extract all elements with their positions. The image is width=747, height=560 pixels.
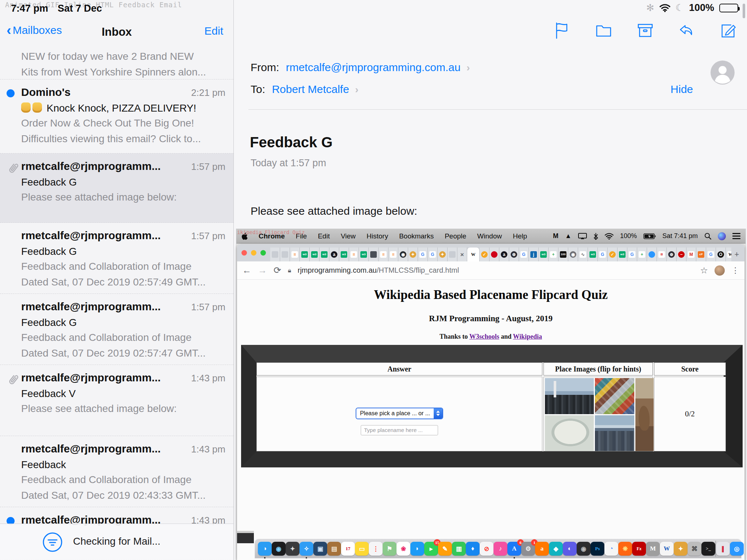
dock-icon-pages[interactable]: ✎: [438, 542, 452, 556]
browser-tab-wikipedia[interactable]: W: [726, 248, 731, 261]
mac-menu-window[interactable]: Window: [477, 232, 502, 240]
dock-icon-parallels[interactable]: ∥: [716, 542, 730, 556]
dock-icon-facetime[interactable]: ▸15: [424, 542, 438, 556]
mac-menu-help[interactable]: Help: [513, 232, 527, 240]
mac-clock[interactable]: Sat 7:41 pm: [662, 232, 698, 240]
dock-icon-calendar[interactable]: 17: [341, 542, 355, 556]
to-contact-link[interactable]: Robert Metcalfe: [272, 83, 349, 95]
place-image-aerial[interactable]: [595, 415, 634, 451]
dock-icon-maps[interactable]: ⚑: [383, 542, 396, 556]
attached-screenshot[interactable]: ikipedia Flipcard Quiz ChromeFileEditVie…: [236, 229, 746, 560]
browser-tab-stackoverflow[interactable]: ≡: [349, 248, 359, 261]
browser-tab-page[interactable]: [280, 248, 290, 261]
chrome-menu-icon[interactable]: ⋮: [731, 266, 739, 275]
hide-button[interactable]: Hide: [670, 83, 693, 96]
browser-tab-w3schools[interactable]: w3: [300, 248, 310, 261]
browser-tab-google[interactable]: G: [428, 248, 438, 261]
browser-tab-gmail[interactable]: M: [686, 248, 696, 261]
airplay-display-icon[interactable]: [578, 233, 587, 240]
dock-icon-launchpad[interactable]: ✦: [286, 542, 299, 556]
minimize-window-button[interactable]: [251, 250, 256, 256]
archive-icon[interactable]: [636, 21, 654, 40]
browser-tab-checkmark[interactable]: ✓: [608, 248, 618, 261]
dock-icon-messages[interactable]: ◗: [410, 542, 424, 556]
browser-tab-google[interactable]: G: [418, 248, 428, 261]
mac-menu-view[interactable]: View: [341, 232, 356, 240]
reply-icon[interactable]: [678, 21, 696, 40]
compose-icon[interactable]: [719, 21, 738, 40]
place-image-painting[interactable]: [635, 378, 654, 451]
list-item[interactable]: rmetcalfe@rjmprogramm...1:43 pmFeedback …: [0, 365, 233, 436]
browser-tab-globe[interactable]: ⊕: [667, 248, 677, 261]
mac-wifi-icon[interactable]: [605, 233, 614, 240]
malwarebytes-icon[interactable]: M: [553, 232, 558, 240]
browser-tab-redsite[interactable]: [489, 248, 499, 261]
browser-tab-google[interactable]: G: [519, 248, 529, 261]
dock-icon-numbers[interactable]: ▥: [452, 542, 466, 556]
mac-menu-bookmarks[interactable]: Bookmarks: [399, 232, 434, 240]
browser-tab-google[interactable]: G: [706, 248, 716, 261]
dock-icon-filezilla[interactable]: Fz: [632, 542, 646, 556]
dock-icon-appstore[interactable]: A6: [507, 542, 521, 556]
back-icon[interactable]: ←: [242, 265, 251, 276]
dock-icon-textedit[interactable]: ✎: [744, 542, 744, 556]
browser-tab-w3schools[interactable]: w3: [618, 248, 627, 261]
dock-icon-photos[interactable]: ❀: [396, 542, 410, 556]
browser-tab-about[interactable]: a: [499, 248, 509, 261]
browser-tab-google[interactable]: G: [598, 248, 608, 261]
close-window-button[interactable]: [241, 250, 247, 256]
browser-tab-wifi[interactable]: ∿: [578, 248, 588, 261]
browser-tab-wikipedia[interactable]: W: [467, 248, 480, 261]
w3schools-link[interactable]: W3schools: [469, 333, 499, 340]
new-tab-button[interactable]: +: [731, 248, 742, 261]
dock-icon-spotlight-app[interactable]: ◎: [730, 542, 744, 556]
dock-icon-mamp[interactable]: M: [646, 542, 660, 556]
forward-icon[interactable]: →: [258, 265, 267, 276]
flag-icon[interactable]: [553, 21, 571, 40]
browser-tab-stackoverflow[interactable]: ≡: [290, 248, 300, 261]
dock-icon-reminders[interactable]: ⋮: [369, 542, 383, 556]
browser-tab-w3schools[interactable]: w3: [320, 248, 329, 261]
browser-tab-w3schools[interactable]: w3: [339, 248, 349, 261]
browser-tab-stackoverflow[interactable]: ≡: [388, 248, 398, 261]
place-images-cell[interactable]: [543, 377, 653, 451]
bookmark-star-icon[interactable]: ☆: [700, 265, 708, 276]
list-item[interactable]: rmetcalfe@rjmprogramm...1:43 pmFeedbackF…: [0, 436, 233, 507]
siri-icon[interactable]: [718, 232, 726, 240]
bluetooth-icon[interactable]: [593, 233, 598, 240]
browser-tab-compass[interactable]: ✦: [438, 248, 448, 261]
browser-tab-w3schools[interactable]: w3: [539, 248, 549, 261]
browser-tab-speaker[interactable]: ◉: [568, 248, 578, 261]
browser-tab-page[interactable]: [270, 248, 280, 261]
browser-tab-blueball[interactable]: [647, 248, 657, 261]
dock-icon-keynote[interactable]: ♦: [466, 542, 480, 556]
browser-tab-codepen[interactable]: cP: [696, 248, 706, 261]
browser-tab-page[interactable]: [448, 248, 457, 261]
place-image-rooftops[interactable]: [595, 378, 634, 414]
browser-tab-github[interactable]: ◉: [398, 248, 408, 261]
dock-icon-firefox[interactable]: ❋: [618, 542, 632, 556]
list-item[interactable]: rmetcalfe@rjmprogramm...1:57 pmFeedback …: [0, 294, 233, 365]
reload-icon[interactable]: ⟳: [274, 265, 281, 276]
browser-tab-globe[interactable]: ⊕: [509, 248, 519, 261]
browser-tab-stackoverflow[interactable]: ≡: [379, 248, 388, 261]
browser-tab-black100[interactable]: 100: [558, 248, 568, 261]
dock-icon-compass-app[interactable]: ✦: [674, 542, 688, 556]
mac-menu-history[interactable]: History: [367, 232, 388, 240]
browser-tab-google[interactable]: G: [627, 248, 637, 261]
browser-tab-signal[interactable]: ¤: [657, 248, 667, 261]
browser-tab-w3schools[interactable]: w3: [588, 248, 598, 261]
list-item[interactable]: rmetcalfe@rjmprogramm...1:57 pmFeedback …: [0, 223, 233, 294]
browser-tab-darkpage[interactable]: [369, 248, 379, 261]
browser-tab-w3schools[interactable]: w3: [310, 248, 320, 261]
browser-tab-close[interactable]: ×: [457, 248, 467, 261]
browser-tab-checkmark[interactable]: ✓: [480, 248, 489, 261]
place-image-map[interactable]: [545, 415, 594, 451]
dock-icon-app-teal[interactable]: ◆: [549, 542, 563, 556]
dock-icon-itunes[interactable]: ♪: [494, 542, 507, 556]
mac-menu-people[interactable]: People: [445, 232, 466, 240]
dock-icon-finder[interactable]: ◑: [258, 542, 272, 556]
dock-icon-avast[interactable]: a: [535, 542, 549, 556]
dock-icon-chrome[interactable]: ◔: [604, 542, 618, 556]
notification-center-icon[interactable]: [732, 232, 740, 241]
